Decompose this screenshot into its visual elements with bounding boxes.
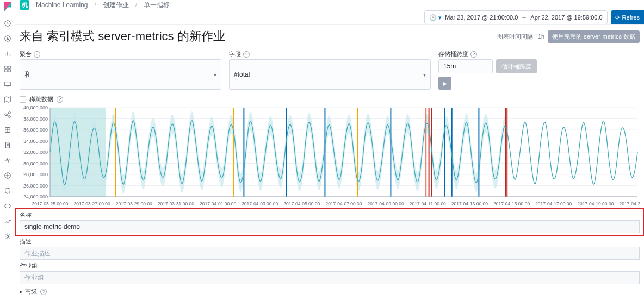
clock-icon[interactable] — [4, 20, 11, 27]
svg-text:2017-04-11 00:00: 2017-04-11 00:00 — [410, 201, 446, 207]
time-start: Mar 23, 2017 @ 21:00:00.0 — [445, 14, 518, 21]
arrow-icon: → — [521, 14, 527, 21]
svg-text:24,000,000: 24,000,000 — [23, 194, 48, 199]
svg-text:2017-04-07 00:00: 2017-04-07 00:00 — [325, 201, 362, 207]
app-badge: 机 — [20, 0, 29, 10]
svg-text:2017-04-03 00:00: 2017-04-03 00:00 — [242, 201, 278, 207]
svg-text:28,000,000: 28,000,000 — [23, 172, 48, 177]
use-full-data-button[interactable]: 使用完整的 server-metrics 数据 — [548, 30, 640, 43]
agg-label: 聚合? — [20, 50, 221, 58]
config-row: 聚合? 和 ▾ 字段? #total ▾ 存储桶跨度? 估计桶跨度 — [15, 50, 644, 92]
svg-text:38,000,000: 38,000,000 — [23, 116, 48, 122]
desc-section: 描述 — [15, 235, 644, 260]
bucket-span-input[interactable] — [438, 59, 493, 73]
play-button[interactable]: ▶ — [438, 77, 451, 90]
svg-text:2017-03-31 00:00: 2017-03-31 00:00 — [158, 201, 194, 207]
logs-icon[interactable] — [4, 141, 11, 149]
advanced-link-section: 转到高级作业配置 — [15, 296, 644, 300]
svg-rect-5 — [8, 70, 10, 72]
breadcrumb-bar: 机 Machine Learning / 创建作业 / 单一指标 — [15, 0, 644, 10]
svg-text:32,000,000: 32,000,000 — [23, 149, 48, 155]
name-label: 名称 — [20, 211, 640, 219]
apm-icon[interactable] — [4, 157, 11, 164]
nav-sidebar — [0, 0, 15, 300]
svg-text:2017-03-27 00:00: 2017-03-27 00:00 — [74, 201, 110, 207]
advanced-collapse[interactable]: ▸ 高级 ? — [15, 284, 644, 296]
dashboard-icon[interactable] — [4, 65, 11, 73]
page-header: 来自 索引模式 server-metrics 的新作业 图表时间间隔: 1h 使… — [15, 25, 644, 50]
agg-select[interactable]: 和 ▾ — [20, 59, 221, 90]
svg-text:30,000,000: 30,000,000 — [23, 161, 48, 166]
svg-point-7 — [4, 114, 7, 116]
infrastructure-icon[interactable] — [4, 126, 11, 134]
field-label: 字段? — [229, 50, 431, 58]
svg-text:2017-03-29 00:00: 2017-03-29 00:00 — [116, 201, 152, 207]
svg-point-9 — [8, 116, 10, 118]
svg-text:2017-03-25 00:00: 2017-03-25 00:00 — [32, 201, 68, 207]
svg-text:2017-04-05 00:00: 2017-04-05 00:00 — [283, 201, 320, 207]
svg-point-13 — [7, 235, 9, 238]
job-name-input[interactable] — [20, 220, 640, 233]
group-label: 作业组 — [20, 262, 640, 270]
svg-rect-4 — [4, 70, 7, 72]
svg-text:36,000,000: 36,000,000 — [23, 127, 48, 133]
help-icon[interactable]: ? — [40, 289, 47, 295]
svg-point-1 — [4, 36, 10, 42]
sparse-label: 稀疏数据 — [29, 95, 53, 103]
crumb-create-job[interactable]: 创建作业 — [103, 1, 129, 10]
svg-text:2017-04-09 00:00: 2017-04-09 00:00 — [368, 201, 404, 207]
chevron-down-icon: ▾ — [423, 72, 426, 78]
visualize-icon[interactable] — [4, 50, 11, 58]
time-range-picker[interactable]: 🕒 ▾ Mar 23, 2017 @ 21:00:00.0 → Apr 22, … — [424, 10, 607, 24]
field-select[interactable]: #total ▾ — [229, 59, 431, 90]
chevron-right-icon: ▸ — [20, 288, 23, 295]
svg-text:26,000,000: 26,000,000 — [23, 183, 48, 189]
svg-point-8 — [8, 112, 10, 114]
svg-text:34,000,000: 34,000,000 — [23, 139, 48, 144]
desc-label: 描述 — [20, 238, 640, 246]
time-filter-bar: 🕒 ▾ Mar 23, 2017 @ 21:00:00.0 → Apr 22, … — [15, 10, 644, 25]
job-group-input[interactable] — [20, 271, 640, 284]
svg-rect-2 — [4, 66, 7, 68]
time-end: Apr 22, 2017 @ 19:59:00.0 — [530, 14, 602, 21]
svg-text:2017-04-19 00:00: 2017-04-19 00:00 — [577, 201, 614, 207]
refresh-icon: ⟳ — [615, 14, 620, 21]
crumb-ml[interactable]: Machine Learning — [36, 1, 88, 9]
svg-rect-3 — [8, 66, 10, 68]
svg-text:2017-04-15 00:00: 2017-04-15 00:00 — [493, 201, 530, 207]
sparse-data-row: 稀疏数据 ? — [15, 92, 644, 103]
sparse-checkbox[interactable] — [20, 96, 26, 103]
dev-tools-icon[interactable] — [4, 202, 11, 210]
name-section: 名称 — [15, 209, 644, 235]
svg-text:2017-04-13 00:00: 2017-04-13 00:00 — [451, 201, 488, 207]
svg-text:2017-04-01 00:00: 2017-04-01 00:00 — [200, 201, 236, 207]
siem-icon[interactable] — [4, 187, 11, 195]
kibana-logo[interactable] — [3, 2, 13, 12]
chart-area: 40,000,00038,000,00036,000,00034,000,000… — [15, 103, 644, 209]
maps-icon[interactable] — [4, 96, 11, 103]
svg-text:40,000,000: 40,000,000 — [23, 105, 48, 110]
job-desc-input[interactable] — [20, 247, 640, 260]
uptime-icon[interactable] — [4, 172, 11, 179]
metric-chart[interactable]: 40,000,00038,000,00036,000,00034,000,000… — [20, 105, 640, 209]
refresh-button[interactable]: ⟳ Refres — [611, 10, 644, 24]
group-section: 作业组 — [15, 260, 644, 284]
chevron-down-icon: ▾ — [214, 72, 216, 78]
management-icon[interactable] — [4, 233, 11, 240]
ml-icon[interactable] — [4, 111, 11, 118]
canvas-icon[interactable] — [4, 80, 11, 88]
discover-icon[interactable] — [4, 35, 11, 42]
monitoring-icon[interactable] — [4, 217, 11, 225]
svg-text:2017-04-21 00:00: 2017-04-21 00:00 — [619, 201, 640, 207]
svg-text:2017-04-17 00:00: 2017-04-17 00:00 — [535, 201, 572, 207]
chart-interval-label: 图表时间间隔: — [497, 33, 535, 41]
chart-interval-value: 1h — [538, 33, 544, 40]
svg-rect-6 — [4, 82, 10, 86]
calendar-icon: 🕒 ▾ — [429, 14, 442, 21]
crumb-single-metric: 单一指标 — [144, 1, 170, 10]
svg-rect-47 — [50, 108, 106, 197]
help-icon[interactable]: ? — [57, 96, 63, 103]
estimate-bucket-button[interactable]: 估计桶跨度 — [496, 59, 537, 73]
bucket-label: 存储桶跨度? — [438, 50, 640, 58]
page-title: 来自 索引模式 server-metrics 的新作业 — [20, 28, 225, 45]
